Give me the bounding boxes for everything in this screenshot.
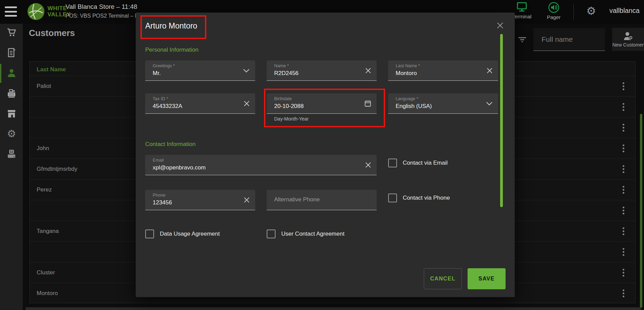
checkbox-unchecked[interactable] xyxy=(145,230,154,238)
greetings-select[interactable]: Greetings * Mr. xyxy=(145,60,255,81)
sidebar-item-settings[interactable]: ⚙ xyxy=(6,128,17,139)
greetings-label: Greetings * xyxy=(153,63,175,68)
chevron-down-icon[interactable] xyxy=(243,69,250,73)
name-value: R2D2456 xyxy=(274,70,299,77)
name-field[interactable]: Name * R2D2456 xyxy=(267,60,377,81)
cell-last-name: Paliot xyxy=(37,83,51,90)
chevron-down-icon[interactable] xyxy=(486,102,493,106)
pos-terminal-info: POS: VBS POS2 Terminal – No xyxy=(65,13,142,19)
person-add-icon xyxy=(622,31,634,41)
alternative-phone-field[interactable]: Alternative Phone xyxy=(267,190,377,210)
terminal-label: Terminal xyxy=(512,14,532,19)
customers-icon xyxy=(6,68,17,78)
email-label: Email xyxy=(153,158,164,163)
dialog-title: Arturo Montoro xyxy=(145,21,197,31)
pager-button[interactable]: Pager xyxy=(540,2,567,20)
greetings-value: Mr. xyxy=(153,70,161,77)
row-menu-kebab-icon[interactable] xyxy=(621,143,626,154)
close-dialog-button[interactable] xyxy=(494,19,506,32)
page-title: Customers xyxy=(29,28,75,38)
data-usage-agreement-checkbox[interactable]: Data Usage Agreement xyxy=(145,230,220,238)
row-menu-kebab-icon[interactable] xyxy=(621,268,626,278)
calendar-icon[interactable] xyxy=(364,100,371,107)
row-menu-kebab-icon[interactable] xyxy=(621,185,626,195)
language-label: Language * xyxy=(396,96,418,101)
section-contact-information: Contact Information xyxy=(145,141,195,148)
cart-icon xyxy=(6,27,17,37)
hamburger-menu-icon[interactable] xyxy=(5,6,17,17)
store-info: Vall Blanca Store – 11:48 POS: VBS POS2 … xyxy=(65,3,142,19)
data-usage-agreement-label: Data Usage Agreement xyxy=(160,231,220,237)
contact-via-phone-checkbox[interactable]: Contact via Phone xyxy=(388,194,450,202)
close-icon xyxy=(496,22,504,29)
row-menu-kebab-icon[interactable] xyxy=(621,123,626,133)
page-scrollbar[interactable] xyxy=(640,114,642,308)
cell-last-name: John xyxy=(37,145,49,152)
logged-user-name: vallblanca xyxy=(609,7,644,15)
brand-logo: WHITE VALLEY xyxy=(27,3,71,20)
clear-icon[interactable] xyxy=(487,68,493,74)
sidebar-item-cash-management[interactable] xyxy=(6,88,17,99)
row-menu-kebab-icon[interactable] xyxy=(621,164,626,175)
name-label: Name * xyxy=(274,63,289,68)
alternative-phone-placeholder: Alternative Phone xyxy=(274,196,320,203)
save-button[interactable]: SAVE xyxy=(468,268,506,289)
settings-gear-icon[interactable]: ⚙ xyxy=(586,4,596,17)
cancel-button[interactable]: CANCEL xyxy=(424,268,462,289)
row-menu-kebab-icon[interactable] xyxy=(621,205,626,216)
row-menu-kebab-icon[interactable] xyxy=(621,226,626,237)
contact-via-phone-label: Contact via Phone xyxy=(403,195,450,201)
cell-last-name: Gfmdtntjmsrbdy xyxy=(37,166,77,172)
clear-icon[interactable] xyxy=(244,101,250,107)
user-contact-agreement-checkbox[interactable]: User Contact Agreement xyxy=(267,230,344,238)
cell-last-name: Tangana xyxy=(37,228,59,235)
row-menu-kebab-icon[interactable] xyxy=(621,247,626,257)
section-personal-information: Personal Information xyxy=(145,47,198,53)
cell-last-name: Cluster xyxy=(37,269,55,276)
topbar-divider xyxy=(573,4,574,20)
terminal-monitor-icon xyxy=(516,2,528,13)
last-name-value: Montoro xyxy=(396,70,417,77)
sidebar-item-sales[interactable] xyxy=(6,26,17,38)
language-select[interactable]: Language * English (USA) xyxy=(388,93,498,114)
new-customer-button[interactable]: New Customer xyxy=(612,28,644,51)
pager-label: Pager xyxy=(547,14,561,20)
row-menu-kebab-icon[interactable] xyxy=(621,102,626,112)
birthdate-field[interactable]: Birthdate 20-10-2088 xyxy=(267,93,377,114)
cash-register-icon xyxy=(6,88,17,98)
clear-icon[interactable] xyxy=(365,162,371,168)
checkbox-unchecked[interactable] xyxy=(388,159,397,167)
filter-icon[interactable] xyxy=(516,35,528,45)
payment-device-icon xyxy=(7,149,16,159)
receipt-icon xyxy=(7,48,16,58)
sidebar-item-store[interactable] xyxy=(6,108,17,120)
tax-id-value: 45433232A xyxy=(153,103,182,110)
sidebar-nav: ⚙ xyxy=(0,24,23,310)
app-window: WHITE VALLEY Vall Blanca Store – 11:48 P… xyxy=(0,0,644,310)
checkbox-unchecked[interactable] xyxy=(267,230,276,238)
sidebar-item-receipts[interactable] xyxy=(6,47,17,58)
dialog-scrollbar[interactable] xyxy=(500,34,503,207)
email-field[interactable]: Email xpl@openbravo.com xyxy=(145,155,377,175)
settings-icon: ⚙ xyxy=(7,128,16,140)
last-name-field[interactable]: Last Name * Montoro xyxy=(388,60,498,81)
row-menu-kebab-icon[interactable] xyxy=(621,81,626,92)
contact-via-email-label: Contact via Email xyxy=(403,160,448,166)
horizontal-scrollbar[interactable] xyxy=(25,307,641,310)
phone-field[interactable]: Phone 123456 xyxy=(145,190,255,210)
email-value: xpl@openbravo.com xyxy=(153,164,206,171)
row-menu-kebab-icon[interactable] xyxy=(621,288,626,299)
phone-label: Phone xyxy=(153,193,166,198)
new-customer-label: New Customer xyxy=(612,42,644,48)
clear-icon[interactable] xyxy=(365,68,371,74)
sidebar-item-customers[interactable] xyxy=(6,67,17,79)
birthdate-label: Birthdate xyxy=(274,96,292,101)
store-icon xyxy=(6,109,17,119)
sidebar-item-hardware[interactable] xyxy=(6,148,17,160)
tax-id-field[interactable]: Tax ID * 45433232A xyxy=(145,93,255,114)
customer-edit-dialog: Arturo Montoro Personal Information Gree… xyxy=(136,13,515,297)
contact-via-email-checkbox[interactable]: Contact via Email xyxy=(388,159,448,167)
clear-icon[interactable] xyxy=(244,197,250,203)
search-input[interactable] xyxy=(541,28,600,51)
checkbox-unchecked[interactable] xyxy=(388,194,397,202)
